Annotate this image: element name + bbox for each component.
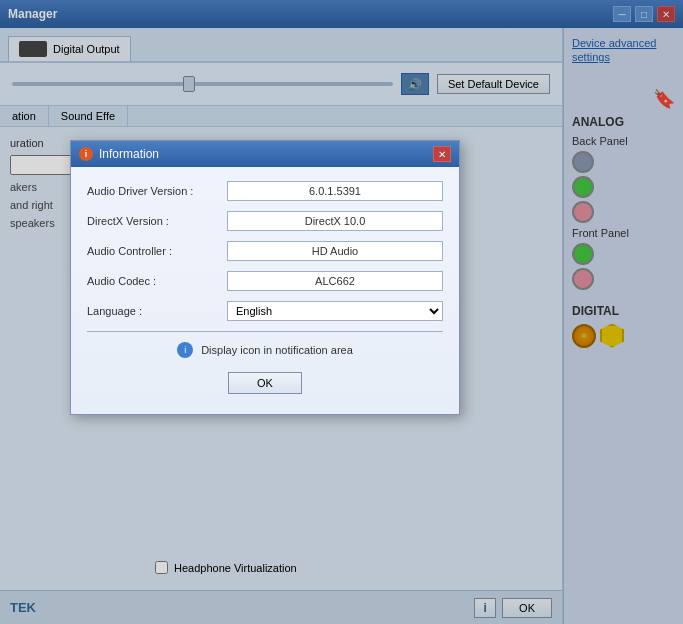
dialog-language-row: Language : English Chinese Japanese Kore… xyxy=(87,301,443,321)
language-select[interactable]: English Chinese Japanese Korean German F… xyxy=(227,301,443,321)
controller-value: HD Audio xyxy=(227,241,443,261)
dialog-row-controller: Audio Controller : HD Audio xyxy=(87,241,443,261)
codec-label: Audio Codec : xyxy=(87,275,227,287)
driver-label: Audio Driver Version : xyxy=(87,185,227,197)
information-dialog: i Information ✕ Audio Driver Version : 6… xyxy=(70,140,460,415)
dialog-row-codec: Audio Codec : ALC662 xyxy=(87,271,443,291)
codec-value: ALC662 xyxy=(227,271,443,291)
notification-checkbox-label: Display icon in notification area xyxy=(201,344,353,356)
language-label: Language : xyxy=(87,305,227,317)
controller-label: Audio Controller : xyxy=(87,245,227,257)
driver-value: 6.0.1.5391 xyxy=(227,181,443,201)
dialog-title-left: i Information xyxy=(79,147,159,161)
directx-label: DirectX Version : xyxy=(87,215,227,227)
dialog-row-directx: DirectX Version : DirectX 10.0 xyxy=(87,211,443,231)
directx-value: DirectX 10.0 xyxy=(227,211,443,231)
checkbox-info-icon: i xyxy=(177,342,193,358)
dialog-title-icon: i xyxy=(79,147,93,161)
dialog-row-driver: Audio Driver Version : 6.0.1.5391 xyxy=(87,181,443,201)
dialog-title-text: Information xyxy=(99,147,159,161)
dialog-ok-button[interactable]: OK xyxy=(228,372,302,394)
dialog-checkbox-row: i Display icon in notification area xyxy=(87,342,443,358)
dialog-title-bar: i Information ✕ xyxy=(71,141,459,167)
dialog-close-button[interactable]: ✕ xyxy=(433,146,451,162)
modal-overlay: i Information ✕ Audio Driver Version : 6… xyxy=(0,0,683,624)
dialog-divider xyxy=(87,331,443,332)
dialog-body: Audio Driver Version : 6.0.1.5391 Direct… xyxy=(71,167,459,414)
